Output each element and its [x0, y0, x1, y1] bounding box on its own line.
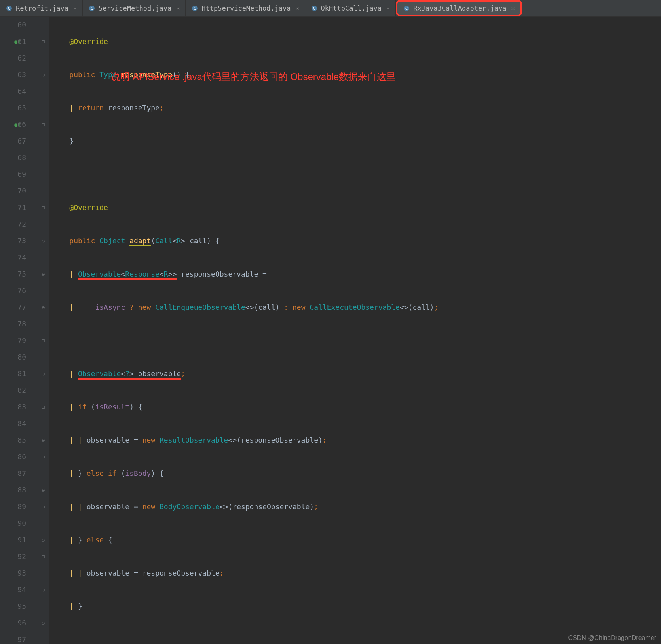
tab-label: Retrofit.java [16, 4, 68, 12]
code-editor[interactable]: 60 ●↑61 62 63 64 65 ●↑66 67 68 69 70 71 … [0, 17, 661, 644]
class-icon: C [191, 5, 198, 12]
code-area[interactable]: @Override public Type responseType() { |… [49, 17, 438, 644]
tab-httpservicemethod[interactable]: C HttpServiceMethod.java ✕ [186, 0, 305, 16]
class-icon: C [403, 5, 410, 12]
close-icon[interactable]: ✕ [386, 5, 390, 12]
svg-text:C: C [405, 6, 408, 11]
close-icon[interactable]: ✕ [511, 5, 515, 12]
svg-text:C: C [91, 6, 93, 11]
close-icon[interactable]: ✕ [176, 5, 180, 12]
tab-label: RxJava3CallAdapter.java [413, 4, 506, 12]
class-icon: C [88, 5, 95, 12]
annotation-text: 说明 APIService .java代码里的方法返回的 Observable数… [111, 70, 396, 83]
close-icon[interactable]: ✕ [296, 5, 299, 12]
fold-gutter: ⊟⊖ ⊟ ⊟ ⊖⊖ ⊖⊟ ⊖⊟ ⊖⊟ ⊖⊟⊖ ⊟⊖ ⊖ [37, 17, 49, 644]
tab-okhttpcall[interactable]: C OkHttpCall.java ✕ [305, 0, 396, 16]
tab-rxjava3calladapter[interactable]: C RxJava3CallAdapter.java ✕ [396, 0, 522, 16]
svg-text:C: C [313, 6, 315, 11]
class-icon: C [6, 5, 13, 12]
watermark: CSDN @ChinaDragonDreamer [568, 635, 656, 642]
close-icon[interactable]: ✕ [73, 5, 77, 12]
svg-text:C: C [194, 6, 196, 11]
svg-text:C: C [8, 6, 11, 11]
tab-label: OkHttpCall.java [321, 4, 382, 12]
line-gutter: 60 ●↑61 62 63 64 65 ●↑66 67 68 69 70 71 … [0, 17, 37, 644]
tab-label: ServiceMethod.java [99, 4, 171, 12]
tab-retrofit[interactable]: C Retrofit.java ✕ [0, 0, 83, 16]
tab-servicemethod[interactable]: C ServiceMethod.java ✕ [83, 0, 186, 16]
editor-tabs: C Retrofit.java ✕ C ServiceMethod.java ✕… [0, 0, 661, 17]
class-icon: C [311, 5, 318, 12]
tab-label: HttpServiceMethod.java [201, 4, 291, 12]
